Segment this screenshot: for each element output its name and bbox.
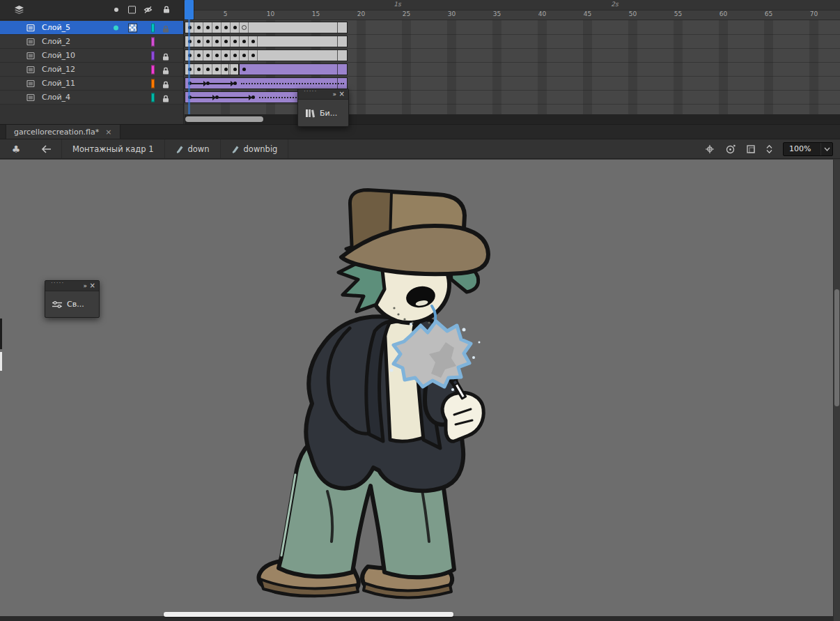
layer-name: Слой_5 [42, 21, 70, 34]
layer-list: Слой_5Слой_2Слой_10Слой_12Слой_11Слой_4 [0, 21, 183, 105]
stage-bottom-strip [0, 616, 833, 621]
timeline-tracks [185, 21, 840, 105]
stage-horizontal-scrollbar-thumb[interactable] [164, 612, 453, 617]
layer-lock-icon[interactable] [162, 66, 169, 73]
ruler-frame-label: 5 [224, 10, 228, 17]
layer-page-icon [26, 93, 35, 106]
hide-all-eye-off-icon[interactable] [143, 6, 153, 14]
ruler-second-label: 1s [394, 1, 400, 8]
layer-name: Слой_12 [42, 63, 75, 76]
layer-name: Слой_2 [42, 35, 70, 48]
breadcrumb-scene[interactable]: Монтажный кадр 1 [62, 139, 165, 158]
playhead-marker[interactable] [185, 0, 194, 20]
properties-panel: ····· » × Св... [45, 280, 100, 318]
timeline-scrollbar[interactable] [185, 114, 840, 124]
layer-color-swatch[interactable] [151, 51, 155, 60]
layer-row-Слой_2[interactable]: Слой_2 [0, 35, 183, 49]
track-row-Слой_4[interactable] [185, 91, 840, 105]
library-books-icon [304, 108, 316, 118]
symbol-name: down [188, 144, 210, 154]
track-row-Слой_10[interactable] [185, 49, 840, 63]
panel-edge-grip[interactable] [0, 352, 2, 371]
layer-name: Слой_10 [42, 49, 75, 62]
layers-header [0, 0, 183, 20]
active-layer-dot [114, 25, 118, 30]
sliders-icon [52, 300, 63, 309]
ruler-second-label: 2s [611, 1, 618, 8]
layer-row-Слой_12[interactable]: Слой_12 [0, 63, 183, 77]
panel-collapse-icon[interactable]: » [83, 282, 87, 290]
symbol-icon [231, 145, 240, 153]
layer-row-Слой_5[interactable]: Слой_5 [0, 21, 183, 35]
scene-name: Монтажный кадр 1 [72, 144, 154, 154]
outline-checker-icon[interactable] [128, 23, 137, 32]
playhead[interactable] [185, 0, 194, 114]
ruler-frame-label: 15 [312, 10, 320, 17]
properties-panel-label[interactable]: Св... [67, 300, 84, 309]
document-tab[interactable]: garcellorecreation.fla* × [6, 125, 120, 139]
tab-close-icon[interactable]: × [105, 128, 111, 137]
library-panel-body[interactable]: Би... [298, 100, 348, 126]
ruler-frame-label: 30 [448, 10, 456, 17]
track-row-Слой_12[interactable] [185, 63, 840, 77]
chevron-down-icon[interactable] [820, 143, 832, 155]
stage-vertical-scrollbar[interactable] [833, 160, 840, 621]
snap-icon[interactable] [705, 144, 715, 154]
layer-color-swatch[interactable] [151, 23, 155, 32]
animate-app: Слой_5Слой_2Слой_10Слой_12Слой_11Слой_4 … [0, 0, 840, 621]
layer-row-Слой_4[interactable]: Слой_4 [0, 91, 183, 105]
ruler-frame-label: 45 [584, 10, 591, 17]
track-row-Слой_5[interactable] [185, 21, 840, 35]
layer-lock-icon[interactable] [162, 24, 169, 31]
timeline-seconds-row: 1s2s [185, 0, 840, 10]
rotate-stage-icon[interactable] [725, 144, 736, 154]
frames-pane[interactable]: 1s2s 510152025303540455055606570 [185, 0, 840, 124]
timeline-panel: Слой_5Слой_2Слой_10Слой_12Слой_11Слой_4 … [0, 0, 840, 125]
timeline-ruler[interactable]: 510152025303540455055606570 [185, 10, 840, 20]
breadcrumb-symbol-downbig[interactable]: downbig [221, 139, 289, 158]
layer-color-swatch[interactable] [151, 65, 155, 74]
library-panel-header[interactable]: ····· » × [298, 89, 348, 100]
back-arrow-icon[interactable] [32, 139, 62, 158]
layer-lock-icon[interactable] [162, 79, 169, 87]
ruler-frame-label: 70 [810, 10, 818, 17]
layer-row-Слой_10[interactable]: Слой_10 [0, 49, 183, 63]
zoom-stepper[interactable] [766, 145, 772, 153]
panel-collapse-icon[interactable]: » [332, 90, 336, 98]
timeline-scrollbar-thumb[interactable] [185, 116, 263, 122]
ruler-frame-label: 25 [403, 10, 410, 17]
layer-color-swatch[interactable] [151, 79, 155, 88]
library-panel-label[interactable]: Би... [320, 109, 337, 118]
document-tabbar: garcellorecreation.fla* × [0, 125, 840, 139]
zoom-select[interactable]: 100% [783, 142, 833, 156]
show-all-column-icon[interactable] [114, 8, 118, 12]
panel-close-icon[interactable]: × [339, 89, 345, 98]
edit-bar: ♣ Монтажный кадр 1 down downbig [0, 139, 840, 159]
breadcrumb-symbol-down[interactable]: down [165, 139, 221, 158]
panel-grip-dots: ····· [51, 279, 64, 286]
edit-scene-icon[interactable]: ♣ [0, 144, 32, 155]
ruler-frame-label: 20 [357, 10, 365, 17]
layer-color-swatch[interactable] [151, 37, 155, 46]
stage-vertical-scrollbar-thumb[interactable] [834, 289, 839, 406]
ruler-frame-label: 50 [629, 10, 637, 17]
clip-content-icon[interactable] [746, 144, 756, 154]
playhead-line [188, 20, 190, 114]
panel-edge-grip-dark[interactable] [0, 319, 2, 349]
track-row-Слой_2[interactable] [185, 35, 840, 49]
ruler-frame-label: 55 [674, 10, 682, 17]
panel-close-icon[interactable]: × [90, 281, 95, 290]
layer-row-Слой_11[interactable]: Слой_11 [0, 77, 183, 91]
stage-area[interactable] [0, 160, 840, 621]
layer-lock-icon[interactable] [162, 52, 169, 59]
ruler-frame-label: 40 [538, 10, 546, 17]
ruler-frame-label: 10 [267, 10, 274, 17]
layer-color-swatch[interactable] [151, 93, 155, 102]
track-row-Слой_11[interactable] [185, 77, 840, 91]
symbol-name: downbig [244, 144, 278, 154]
properties-panel-header[interactable]: ····· » × [45, 281, 99, 291]
properties-panel-body[interactable]: Св... [45, 291, 99, 317]
outline-all-column-icon[interactable] [128, 6, 136, 14]
layer-lock-icon[interactable] [162, 93, 169, 101]
lock-all-column-icon[interactable] [163, 6, 170, 14]
